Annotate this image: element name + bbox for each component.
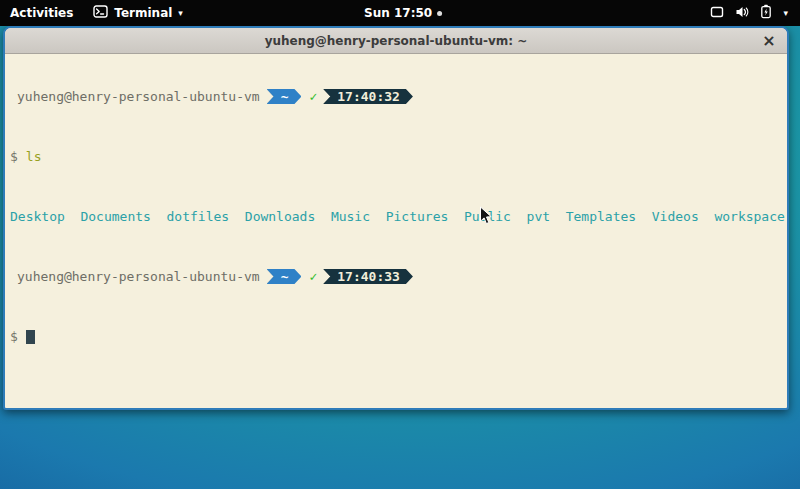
typed-command: ls [26, 149, 42, 164]
prompt-cwd: ~ [281, 89, 289, 104]
prompt-cwd: ~ [281, 269, 289, 284]
battery-charging-icon [760, 4, 772, 22]
chevron-down-icon: ▾ [178, 8, 183, 18]
chevron-down-icon: ▾ [783, 8, 788, 18]
terminal-window: yuheng@henry-personal-ubuntu-vm: ~ × yuh… [3, 26, 789, 410]
prompt-symbol: $ [10, 329, 18, 344]
prompt-symbol: $ [10, 149, 18, 164]
app-menu-label: Terminal [114, 6, 172, 20]
prompt-line-1: yuheng@henry-personal-ubuntu-vm ~ ✓ 17:4… [10, 89, 783, 104]
prompt-status-check-icon: ✓ [309, 89, 317, 104]
clock-label: Sun 17:50 [364, 6, 432, 20]
close-button[interactable]: × [759, 31, 779, 51]
top-bar-left: Activities Terminal ▾ [0, 0, 193, 26]
prompt-cwd-segment: ~ [267, 89, 302, 104]
screen-share-icon [710, 5, 724, 22]
app-menu-terminal[interactable]: Terminal ▾ [83, 0, 193, 26]
ls-output-line: Desktop Documents dotfiles Downloads Mus… [10, 209, 783, 224]
prompt-time: 17:40:33 [337, 269, 400, 284]
terminal-cursor [26, 330, 35, 344]
command-line-1: $ ls [10, 149, 783, 164]
prompt-time-segment: 17:40:32 [323, 89, 413, 104]
prompt-line-2: yuheng@henry-personal-ubuntu-vm ~ ✓ 17:4… [10, 269, 783, 284]
prompt-user-host: yuheng@henry-personal-ubuntu-vm [10, 269, 260, 284]
prompt-time: 17:40:32 [337, 89, 400, 104]
prompt-time-segment: 17:40:33 [323, 269, 413, 284]
volume-icon [735, 5, 749, 22]
terminal-app-icon [93, 5, 108, 21]
prompt-cwd-segment: ~ [267, 269, 302, 284]
activities-button[interactable]: Activities [0, 0, 83, 26]
command-line-2: $ [10, 329, 783, 344]
notification-dot [437, 11, 442, 16]
system-status-area[interactable]: ▾ [698, 0, 800, 26]
prompt-user-host: yuheng@henry-personal-ubuntu-vm [10, 89, 260, 104]
terminal-screen[interactable]: yuheng@henry-personal-ubuntu-vm ~ ✓ 17:4… [5, 55, 787, 408]
prompt-status-check-icon: ✓ [309, 269, 317, 284]
window-titlebar[interactable]: yuheng@henry-personal-ubuntu-vm: ~ × [5, 28, 787, 54]
window-title: yuheng@henry-personal-ubuntu-vm: ~ [265, 34, 528, 48]
gnome-top-bar: Activities Terminal ▾ Sun 17:50 [0, 0, 800, 26]
clock-button[interactable]: Sun 17:50 [364, 0, 442, 26]
